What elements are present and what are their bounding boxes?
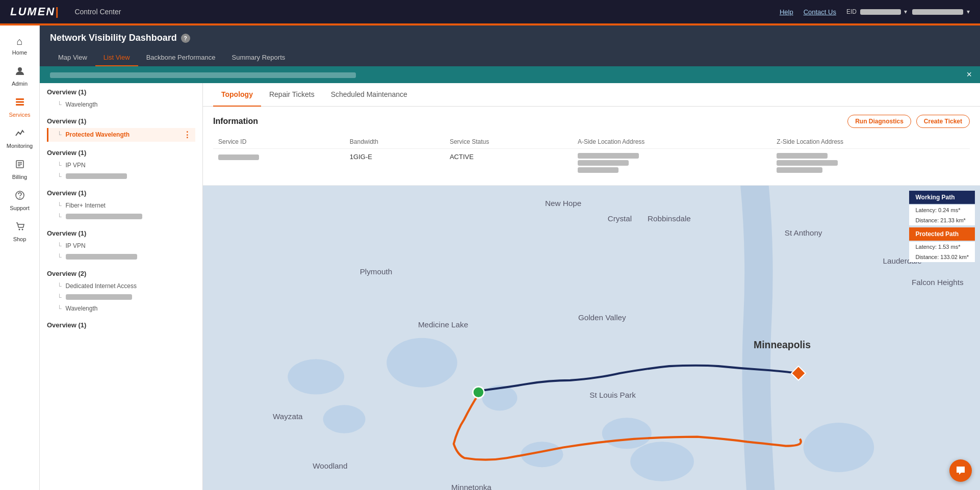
scroll-padding: [40, 334, 202, 349]
eid-value: [860, 9, 901, 15]
contact-link[interactable]: Contact Us: [804, 8, 836, 16]
dashboard-title-text: Network Visibility Dashboard: [50, 33, 177, 43]
account-value: [912, 9, 963, 15]
tab-map-view[interactable]: Map View: [50, 49, 95, 66]
dashboard-help-icon[interactable]: ?: [181, 34, 190, 43]
tab-topology[interactable]: Topology: [213, 83, 261, 107]
service-item-wavelength2[interactable]: └ Wavelength: [47, 303, 195, 314]
label-woodland: Woodland: [313, 461, 347, 470]
sidebar-item-monitoring[interactable]: Monitoring: [0, 123, 39, 154]
tab-list-view[interactable]: List View: [95, 49, 138, 66]
notification-text: [50, 71, 356, 78]
col-service-id: Service ID: [213, 135, 345, 149]
lumen-logo: LUMEN|: [10, 5, 59, 18]
detail-tabs: Topology Repair Tickets Scheduled Mainte…: [203, 83, 980, 107]
help-link[interactable]: Help: [780, 8, 793, 16]
svg-rect-2: [16, 101, 24, 103]
tab-repair-tickets[interactable]: Repair Tickets: [261, 83, 323, 107]
service-group-7: Overview (1): [40, 316, 202, 334]
service-group-3: Overview (1) └ IP VPN └: [40, 144, 202, 184]
svg-point-17: [602, 418, 652, 449]
label-st-anthony: St Anthony: [785, 228, 822, 237]
cell-z-side: [771, 148, 970, 177]
cell-service-status: ACTIVE: [445, 148, 573, 177]
service-item-wavelength1[interactable]: └ Wavelength: [47, 99, 195, 110]
notification-bar: ×: [40, 66, 980, 83]
tree-line: └: [57, 242, 62, 249]
svg-point-16: [288, 359, 344, 394]
svg-point-10: [21, 229, 23, 230]
label-crystal: Crystal: [608, 214, 632, 223]
service-item-protected-wavelength[interactable]: └ Protected Wavelength ⋮: [47, 128, 195, 142]
service-item-blurred1[interactable]: └: [47, 171, 195, 182]
tree-line: └: [57, 173, 62, 180]
info-header: Information Run Diagnostics Create Ticke…: [213, 115, 970, 128]
service-group-title-3: Overview (1): [47, 149, 195, 157]
cell-bandwidth: 1GIG-E: [345, 148, 445, 177]
service-group-title-4: Overview (1): [47, 189, 195, 197]
cell-service-id: [213, 148, 345, 177]
sidebar-label-services: Services: [9, 112, 30, 118]
svg-point-20: [804, 423, 874, 472]
body-split: Overview (1) └ Wavelength Overview (1) └…: [40, 83, 980, 490]
label-medicine-lake: Medicine Lake: [418, 320, 468, 329]
service-group-2: Overview (1) └ Protected Wavelength ⋮: [40, 112, 202, 144]
service-list: Overview (1) └ Wavelength Overview (1) └…: [40, 83, 203, 490]
billing-icon: [15, 159, 25, 172]
service-item-ip-vpn1[interactable]: └ IP VPN: [47, 160, 195, 171]
tree-line: └: [57, 305, 62, 312]
service-item-blurred2[interactable]: └: [47, 211, 195, 222]
service-group-5: Overview (1) └ IP VPN └: [40, 224, 202, 265]
shop-icon: [15, 221, 25, 234]
svg-point-18: [630, 442, 694, 481]
svg-point-21: [473, 386, 484, 398]
chat-button[interactable]: [949, 459, 972, 482]
info-section: Information Run Diagnostics Create Ticke…: [203, 107, 980, 186]
legend-working-distance: Distance: 21.33 km*: [909, 215, 975, 225]
map-svg: New Hope Crystal Robbinsdale St Anthony …: [203, 186, 980, 490]
service-item-ip-vpn2[interactable]: └ IP VPN: [47, 240, 195, 251]
tree-line: └: [57, 162, 62, 169]
tree-line: └: [57, 131, 62, 138]
sidebar-item-services[interactable]: Services: [0, 92, 39, 123]
services-icon: [15, 97, 25, 110]
app-title: Control Center: [74, 8, 121, 16]
sidebar-item-shop[interactable]: Shop: [0, 216, 39, 247]
service-item-fiber-internet[interactable]: └ Fiber+ Internet: [47, 200, 195, 211]
tab-summary-reports[interactable]: Summary Reports: [224, 49, 294, 66]
sidebar-item-home[interactable]: ⌂ Home: [0, 31, 39, 61]
notification-close-btn[interactable]: ×: [966, 69, 972, 80]
label-golden-valley: Golden Valley: [578, 313, 626, 322]
sidebar-label-admin: Admin: [12, 81, 28, 87]
tab-scheduled-maintenance[interactable]: Scheduled Maintenance: [323, 83, 416, 107]
sidebar-item-support[interactable]: Support: [0, 185, 39, 216]
sidebar-item-billing[interactable]: Billing: [0, 154, 39, 185]
tab-backbone-performance[interactable]: Backbone Performance: [138, 49, 224, 66]
run-diagnostics-button[interactable]: Run Diagnostics: [847, 115, 911, 128]
service-group-title-7: Overview (1): [47, 321, 195, 329]
sidebar-item-admin[interactable]: Admin: [0, 61, 39, 92]
service-group-4: Overview (1) └ Fiber+ Internet └: [40, 184, 202, 224]
admin-icon: [15, 66, 25, 79]
service-item-dedicated-internet[interactable]: └ Dedicated Internet Access: [47, 280, 195, 292]
service-item-blurred4[interactable]: └: [47, 292, 195, 303]
map-area: New Hope Crystal Robbinsdale St Anthony …: [203, 186, 980, 490]
service-item-blurred3[interactable]: └: [47, 251, 195, 263]
three-dots-menu[interactable]: ⋮: [183, 130, 191, 140]
sidebar: ⌂ Home Admin Services Monitoring Billi: [0, 25, 40, 490]
service-group-1: Overview (1) └ Wavelength: [40, 83, 202, 112]
svg-rect-3: [16, 104, 24, 106]
info-actions: Run Diagnostics Create Ticket: [847, 115, 970, 128]
sidebar-label-billing: Billing: [12, 174, 27, 180]
tree-line: └: [57, 294, 62, 301]
cell-a-side: [573, 148, 771, 177]
label-falcon-heights: Falcon Heights: [912, 277, 964, 286]
create-ticket-button[interactable]: Create Ticket: [916, 115, 970, 128]
service-group-title-5: Overview (1): [47, 229, 195, 237]
tree-line: └: [57, 282, 62, 290]
service-group-title-6: Overview (2): [47, 270, 195, 277]
dashboard-header: Network Visibility Dashboard ? Map View …: [40, 25, 980, 66]
dashboard-title: Network Visibility Dashboard ?: [50, 33, 970, 43]
sidebar-label-monitoring: Monitoring: [7, 143, 33, 149]
svg-rect-1: [16, 98, 24, 100]
